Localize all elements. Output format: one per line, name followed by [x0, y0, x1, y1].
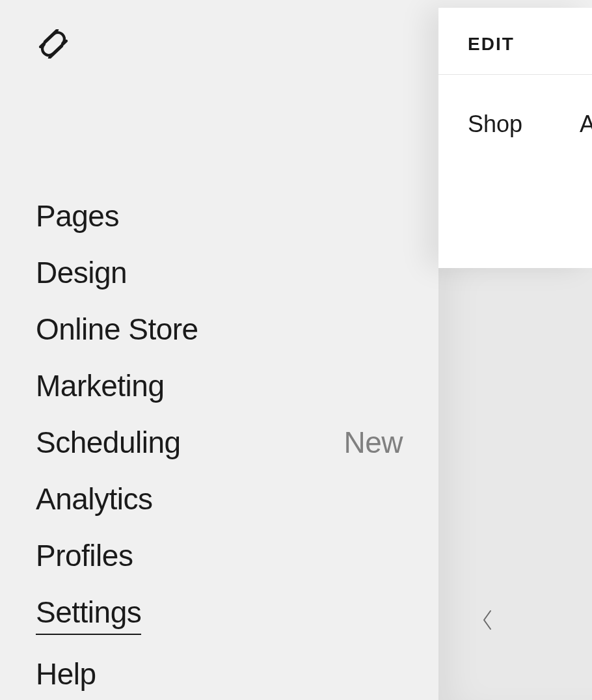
- sidebar-item-analytics[interactable]: Analytics: [36, 481, 403, 517]
- sidebar-item-label: Pages: [36, 198, 119, 234]
- squarespace-logo-icon[interactable]: [36, 29, 71, 59]
- preview-nav-shop[interactable]: Shop: [468, 111, 522, 138]
- sidebar-item-label: Scheduling: [36, 425, 181, 460]
- site-preview-panel: EDIT Shop Ab: [438, 8, 592, 268]
- sidebar-item-help[interactable]: Help: [36, 656, 403, 692]
- sidebar-item-label: Analytics: [36, 481, 153, 517]
- sidebar-item-pages[interactable]: Pages: [36, 198, 403, 234]
- sidebar-item-settings[interactable]: Settings: [36, 595, 403, 635]
- new-badge: New: [343, 425, 403, 460]
- sidebar-item-design[interactable]: Design: [36, 255, 403, 290]
- sidebar-item-label: Profiles: [36, 538, 133, 573]
- sidebar-item-marketing[interactable]: Marketing: [36, 368, 403, 403]
- sidebar-item-profiles[interactable]: Profiles: [36, 538, 403, 573]
- sidebar-item-scheduling[interactable]: Scheduling New: [36, 425, 403, 460]
- sidebar-item-label: Settings: [36, 595, 141, 635]
- sidebar-item-label: Online Store: [36, 312, 198, 347]
- preview-backdrop: [438, 268, 592, 700]
- sidebar-item-label: Design: [36, 255, 127, 290]
- sidebar-item-label: Marketing: [36, 368, 164, 403]
- main-nav: Pages Design Online Store Marketing Sche…: [36, 198, 403, 692]
- sidebar-panel: Pages Design Online Store Marketing Sche…: [0, 0, 438, 700]
- preview-nav-about[interactable]: Ab: [580, 111, 592, 138]
- edit-button[interactable]: EDIT: [468, 34, 515, 54]
- preview-header: EDIT: [438, 8, 592, 75]
- preview-site-nav: Shop Ab: [438, 75, 592, 174]
- chevron-left-icon: [481, 608, 494, 632]
- sidebar-item-label: Help: [36, 656, 96, 692]
- sidebar-item-online-store[interactable]: Online Store: [36, 312, 403, 347]
- collapse-preview-button[interactable]: [481, 608, 494, 634]
